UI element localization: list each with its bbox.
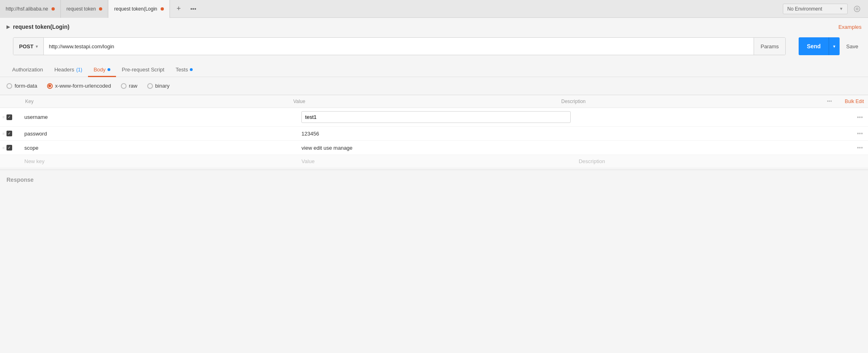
tab-bar: http://hsf.alibaba.ne request token requ… [0, 0, 868, 18]
row1-value[interactable] [297, 108, 574, 126]
new-row-desc-placeholder[interactable]: Description [575, 155, 852, 168]
request-title: ▶ request token(Login) [6, 24, 69, 30]
row2-drag-handle-icon[interactable]: ≡ [2, 131, 5, 136]
svg-point-0 [854, 6, 860, 12]
params-button[interactable]: Params [754, 38, 785, 55]
radio-x-www-label: x-www-form-urlencoded [55, 83, 111, 89]
method-caret-icon: ▾ [36, 44, 38, 49]
tab-nav-body-label: Body [94, 67, 106, 73]
tab-nav-tests-label: Tests [176, 67, 188, 73]
row2-checkbox[interactable] [6, 131, 12, 136]
method-selector[interactable]: POST ▾ [13, 38, 44, 55]
tab-nav-headers-badge: (1) [76, 67, 82, 73]
tab-nav-tests-dot [190, 68, 193, 71]
add-tab-button[interactable]: + [172, 0, 186, 18]
example-link[interactable]: Examples [838, 24, 862, 30]
row3-description [575, 144, 852, 151]
new-row: New key Value Description [0, 155, 868, 168]
env-selector: No Environment ▼ [783, 3, 863, 15]
request-title-bar: ▶ request token(Login) Examples [0, 18, 868, 34]
row2-more-icon[interactable]: ••• [852, 130, 868, 137]
url-input[interactable] [44, 43, 754, 50]
url-bar: POST ▾ Params [13, 37, 786, 55]
env-selected-label: No Environment [787, 6, 822, 12]
tab-dot-1 [52, 7, 55, 11]
tab-label-1: http://hsf.alibaba.ne [6, 6, 48, 12]
request-title-text: request token(Login) [13, 24, 69, 30]
radio-raw[interactable]: raw [121, 83, 138, 89]
svg-point-1 [856, 8, 858, 10]
main-container: ▶ request token(Login) Examples POST ▾ P… [0, 18, 868, 353]
radio-binary-circle [147, 83, 153, 89]
radio-form-data-circle [6, 83, 12, 89]
tab-nav-tests[interactable]: Tests [170, 63, 198, 77]
row3-value: view edit use manage [297, 142, 574, 154]
bulk-edit-link[interactable]: Bulk Edit [845, 99, 864, 104]
radio-form-data[interactable]: form-data [6, 83, 37, 89]
tab-nav-prerequest[interactable]: Pre-request Script [116, 63, 170, 77]
row1-drag-handle-icon[interactable]: ≡ [2, 115, 5, 119]
table-row: ≡ scope view edit use manage ••• [0, 141, 868, 155]
table-row: ≡ username ••• [0, 108, 868, 127]
table-header-value: Value [288, 95, 556, 108]
radio-raw-circle [121, 83, 127, 89]
tab-item-2[interactable]: request token [61, 0, 109, 18]
params-table: Key Value Description ••• Bulk Edit ≡ us… [0, 95, 868, 168]
tab-dot-2 [99, 7, 102, 11]
radio-x-www-circle [47, 83, 53, 89]
radio-x-www[interactable]: x-www-form-urlencoded [47, 83, 111, 89]
table-row: ≡ password 123456 ••• [0, 127, 868, 141]
tab-actions: + ••• [172, 0, 201, 18]
tab-nav-headers[interactable]: Headers (1) [49, 63, 88, 77]
tab-nav-body-dot [107, 68, 110, 71]
send-dropdown-icon: ▾ [833, 44, 836, 49]
tabs-nav: Authorization Headers (1) Body Pre-reque… [0, 58, 868, 77]
row3-more-icon[interactable]: ••• [852, 144, 868, 151]
table-header-key: Key [20, 95, 288, 108]
tab-dot-3 [161, 7, 164, 11]
send-button[interactable]: Send [799, 37, 829, 55]
table-header-bulk[interactable]: Bulk Edit [841, 95, 868, 108]
body-options: form-data x-www-form-urlencoded raw bina… [0, 77, 868, 95]
title-arrow-icon: ▶ [6, 24, 10, 30]
table-header-description: Description [556, 95, 825, 108]
more-tabs-button[interactable]: ••• [186, 0, 201, 18]
row2-key: password [20, 127, 297, 140]
save-button[interactable]: Save [843, 43, 862, 50]
tab-item-3[interactable]: request token(Login [108, 0, 170, 18]
env-dropdown[interactable]: No Environment ▼ [783, 4, 848, 14]
row2-handle-check: ≡ [0, 127, 20, 140]
tab-nav-prerequest-label: Pre-request Script [122, 67, 164, 73]
method-label: POST [19, 43, 33, 50]
response-section: Response [0, 170, 868, 189]
new-row-key-placeholder[interactable]: New key [20, 155, 297, 168]
row2-value: 123456 [297, 127, 574, 140]
table-header-row: Key Value Description ••• Bulk Edit [0, 95, 868, 108]
row3-checkbox[interactable] [6, 145, 12, 151]
radio-binary-label: binary [155, 83, 170, 89]
row1-checkbox[interactable] [6, 114, 12, 120]
row2-description [575, 130, 852, 137]
tab-nav-authorization-label: Authorization [12, 67, 43, 73]
row3-handle-check: ≡ [0, 141, 20, 155]
tab-item-1[interactable]: http://hsf.alibaba.ne [0, 0, 61, 18]
env-settings-button[interactable] [851, 3, 863, 15]
radio-raw-label: raw [129, 83, 138, 89]
send-dropdown-button[interactable]: ▾ [829, 37, 840, 55]
row3-key: scope [20, 142, 297, 154]
tab-nav-body[interactable]: Body [88, 63, 116, 77]
row1-description [575, 114, 852, 121]
tab-label-3: request token(Login [114, 6, 157, 12]
tab-label-2: request token [67, 6, 96, 12]
send-save-group: Send ▾ [795, 37, 840, 55]
row1-more-icon[interactable]: ••• [852, 114, 868, 121]
response-title: Response [6, 176, 34, 183]
new-row-value-placeholder[interactable]: Value [297, 155, 574, 168]
tab-nav-headers-label: Headers [54, 67, 74, 73]
row1-handle-check: ≡ [0, 110, 20, 124]
table-header-more[interactable]: ••• [825, 95, 841, 108]
tab-nav-authorization[interactable]: Authorization [6, 63, 49, 77]
radio-binary[interactable]: binary [147, 83, 170, 89]
row3-drag-handle-icon[interactable]: ≡ [2, 146, 5, 150]
row1-value-input[interactable] [301, 111, 570, 123]
